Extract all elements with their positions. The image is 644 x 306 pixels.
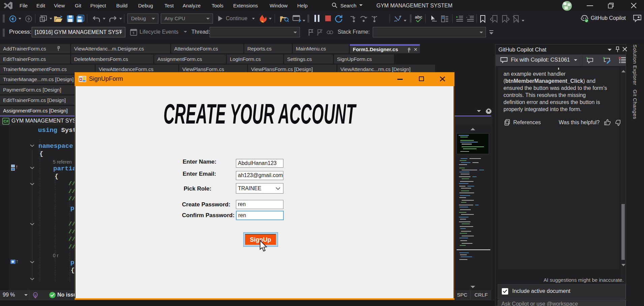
svg-text:C#: C# — [3, 119, 8, 123]
